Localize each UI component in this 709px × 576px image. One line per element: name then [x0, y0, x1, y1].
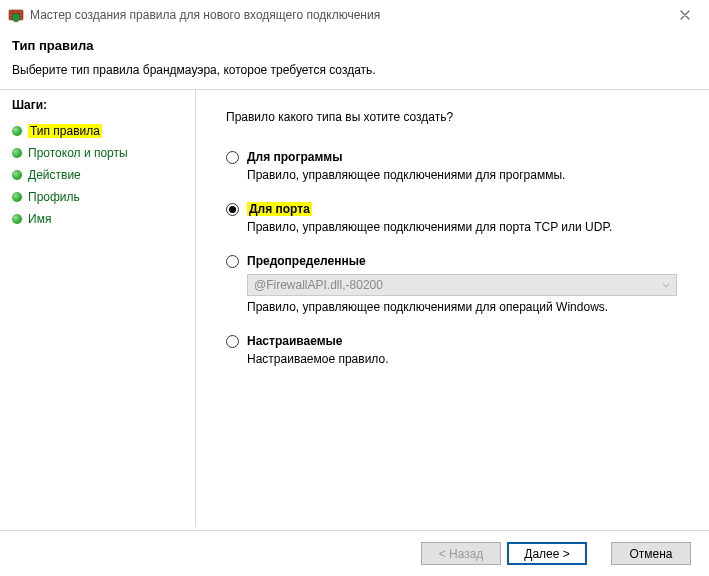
- titlebar: Мастер создания правила для нового входя…: [0, 0, 709, 30]
- option-program-label[interactable]: Для программы: [247, 150, 342, 164]
- option-custom: Настраиваемые Настраиваемое правило.: [226, 334, 679, 366]
- option-custom-label[interactable]: Настраиваемые: [247, 334, 342, 348]
- content-pane: Правило какого типа вы хотите создать? Д…: [196, 90, 709, 527]
- bullet-icon: [12, 126, 22, 136]
- wizard-footer: < Назад Далее > Отмена: [0, 530, 709, 576]
- step-label: Тип правила: [28, 124, 102, 138]
- option-program-desc: Правило, управляющее подключениями для п…: [247, 168, 679, 182]
- predefined-select-value: @FirewallAPI.dll,-80200: [254, 278, 383, 292]
- option-program: Для программы Правило, управляющее подкл…: [226, 150, 679, 182]
- chevron-down-icon: [662, 280, 670, 291]
- steps-heading: Шаги:: [0, 98, 195, 120]
- step-label: Профиль: [28, 190, 80, 204]
- step-profile[interactable]: Профиль: [0, 186, 195, 208]
- step-name[interactable]: Имя: [0, 208, 195, 230]
- back-button: < Назад: [421, 542, 501, 565]
- bullet-icon: [12, 214, 22, 224]
- step-protocol-ports[interactable]: Протокол и порты: [0, 142, 195, 164]
- page-title: Тип правила: [12, 38, 697, 53]
- close-icon[interactable]: [669, 1, 701, 29]
- bullet-icon: [12, 192, 22, 202]
- radio-predefined[interactable]: [226, 255, 239, 268]
- step-label: Имя: [28, 212, 51, 226]
- step-label: Протокол и порты: [28, 146, 128, 160]
- window-title: Мастер создания правила для нового входя…: [30, 8, 669, 22]
- firewall-icon: [8, 7, 24, 23]
- steps-sidebar: Шаги: Тип правила Протокол и порты Дейст…: [0, 90, 196, 527]
- next-button[interactable]: Далее >: [507, 542, 587, 565]
- option-port-label[interactable]: Для порта: [247, 202, 312, 216]
- option-predefined-desc: Правило, управляющее подключениями для о…: [247, 300, 679, 314]
- option-port: Для порта Правило, управляющее подключен…: [226, 202, 679, 234]
- option-custom-desc: Настраиваемое правило.: [247, 352, 679, 366]
- wizard-header: Тип правила Выберите тип правила брандма…: [0, 30, 709, 89]
- radio-program[interactable]: [226, 151, 239, 164]
- step-action[interactable]: Действие: [0, 164, 195, 186]
- wizard-body: Шаги: Тип правила Протокол и порты Дейст…: [0, 89, 709, 527]
- step-rule-type[interactable]: Тип правила: [0, 120, 195, 142]
- bullet-icon: [12, 170, 22, 180]
- option-predefined-label[interactable]: Предопределенные: [247, 254, 366, 268]
- question-text: Правило какого типа вы хотите создать?: [226, 110, 679, 124]
- option-predefined: Предопределенные @FirewallAPI.dll,-80200…: [226, 254, 679, 314]
- page-subtitle: Выберите тип правила брандмауэра, которо…: [12, 63, 697, 77]
- option-port-desc: Правило, управляющее подключениями для п…: [247, 220, 679, 234]
- radio-port[interactable]: [226, 203, 239, 216]
- step-label: Действие: [28, 168, 81, 182]
- bullet-icon: [12, 148, 22, 158]
- predefined-select: @FirewallAPI.dll,-80200: [247, 274, 677, 296]
- cancel-button[interactable]: Отмена: [611, 542, 691, 565]
- radio-custom[interactable]: [226, 335, 239, 348]
